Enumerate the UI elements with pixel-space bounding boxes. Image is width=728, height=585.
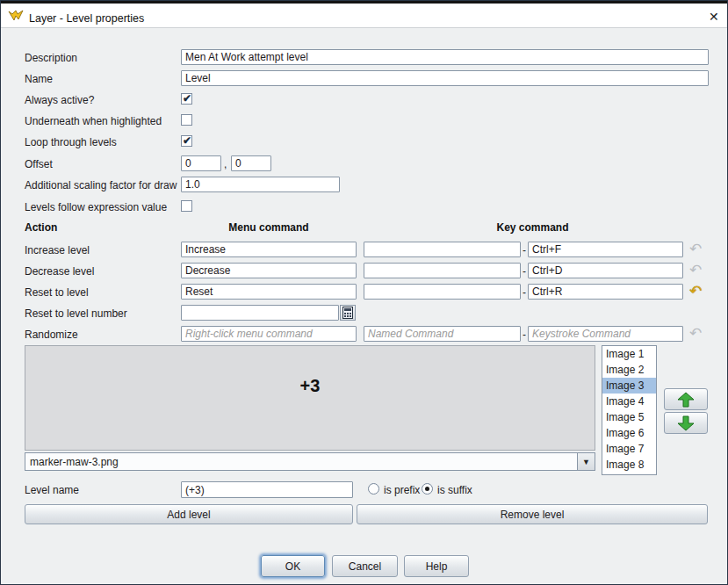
loop-levels-checkbox[interactable] — [181, 135, 192, 147]
reset-dash: - — [523, 286, 526, 299]
decrease-named-input[interactable] — [364, 263, 521, 278]
follow-expression-label: Levels follow expression value — [25, 201, 167, 213]
randomize-key-input[interactable] — [528, 326, 683, 342]
randomize-menu-input[interactable] — [181, 326, 357, 342]
randomize-label: Randomize — [25, 329, 78, 341]
menu-command-header: Menu command — [181, 221, 357, 234]
key-command-header: Key command — [364, 221, 702, 234]
list-item[interactable]: Image 2 — [602, 362, 656, 378]
list-item-selected[interactable]: Image 3 — [602, 378, 656, 394]
underneath-label: Underneath when highlighted — [25, 115, 162, 127]
calculator-icon[interactable] — [340, 305, 356, 321]
scaling-input[interactable] — [181, 177, 340, 192]
ok-button[interactable]: OK — [261, 555, 325, 577]
always-active-label: Always active? — [25, 94, 94, 106]
reset-level-label: Reset to level — [25, 286, 89, 299]
image-file-combobox[interactable]: marker-maw-3.png ▼ — [25, 452, 595, 471]
image-file-value: marker-maw-3.png — [30, 456, 119, 468]
randomize-undo-icon[interactable]: ↶ — [687, 325, 704, 343]
arrow-down-icon — [677, 415, 695, 431]
level-name-input[interactable] — [181, 481, 353, 498]
follow-expression-checkbox[interactable] — [181, 200, 192, 212]
reset-menu-input[interactable] — [181, 284, 357, 300]
offset-label: Offset — [25, 158, 53, 170]
level-image-preview: +3 — [25, 345, 595, 451]
scaling-label: Additional scaling factor for draw — [25, 179, 177, 191]
increase-menu-input[interactable] — [181, 242, 357, 257]
layer-level-properties-dialog: Layer - Level properties ✕ Description N… — [0, 0, 728, 585]
move-level-down-button[interactable] — [664, 412, 708, 434]
help-button[interactable]: Help — [404, 555, 469, 577]
arrow-up-icon — [677, 392, 695, 408]
list-item[interactable]: Image 5 — [602, 409, 656, 425]
is-prefix-radio[interactable] — [368, 483, 379, 495]
offset-separator: , — [224, 158, 227, 170]
add-level-button[interactable]: Add level — [25, 504, 353, 524]
randomize-dash: - — [523, 329, 526, 341]
cancel-button[interactable]: Cancel — [332, 555, 398, 577]
chevron-down-icon[interactable]: ▼ — [577, 453, 595, 470]
reset-number-label: Reset to level number — [25, 307, 127, 320]
always-active-checkbox[interactable] — [181, 93, 192, 105]
close-icon[interactable]: ✕ — [709, 11, 719, 23]
list-item[interactable]: Image 8 — [602, 457, 656, 473]
randomize-named-input[interactable] — [364, 326, 521, 342]
increase-named-input[interactable] — [364, 242, 521, 257]
offset-y-input[interactable] — [231, 155, 271, 171]
is-prefix-label: is prefix — [384, 484, 420, 496]
description-label: Description — [25, 52, 77, 64]
reset-undo-icon[interactable]: ↶ — [687, 283, 704, 300]
level-name-label: Level name — [25, 484, 79, 496]
increase-key-input[interactable] — [528, 242, 683, 257]
preview-text: +3 — [300, 376, 321, 396]
window-title: Layer - Level properties — [29, 12, 144, 25]
move-level-up-button[interactable] — [664, 388, 708, 410]
decrease-undo-icon[interactable]: ↶ — [687, 262, 704, 279]
action-header: Action — [25, 221, 57, 234]
is-suffix-label: is suffix — [437, 484, 472, 496]
vassal-app-icon — [8, 8, 24, 24]
name-input[interactable] — [181, 70, 709, 86]
increase-undo-icon[interactable]: ↶ — [687, 241, 704, 258]
image-level-list: Image 1 Image 2 Image 3 Image 4 Image 5 … — [602, 345, 657, 475]
decrease-level-label: Decrease level — [25, 265, 94, 278]
reset-number-input[interactable] — [181, 305, 339, 321]
list-item[interactable]: Image 6 — [602, 425, 656, 441]
increase-dash: - — [523, 244, 526, 256]
list-item[interactable]: Image 1 — [602, 346, 656, 362]
underneath-checkbox[interactable] — [181, 114, 192, 126]
loop-levels-label: Loop through levels — [25, 136, 117, 148]
increase-level-label: Increase level — [25, 244, 90, 256]
title-bar: Layer - Level properties ✕ — [1, 4, 727, 28]
reset-key-input[interactable] — [528, 284, 683, 300]
is-suffix-radio[interactable] — [422, 483, 433, 495]
list-item[interactable]: Image 7 — [602, 441, 656, 457]
name-label: Name — [25, 73, 53, 85]
decrease-menu-input[interactable] — [181, 263, 357, 278]
offset-x-input[interactable] — [181, 155, 221, 171]
decrease-dash: - — [523, 265, 526, 278]
reset-named-input[interactable] — [364, 284, 521, 300]
decrease-key-input[interactable] — [528, 263, 683, 278]
remove-level-button[interactable]: Remove level — [357, 504, 708, 524]
description-input[interactable] — [181, 49, 709, 65]
list-item[interactable]: Image 4 — [602, 394, 656, 409]
